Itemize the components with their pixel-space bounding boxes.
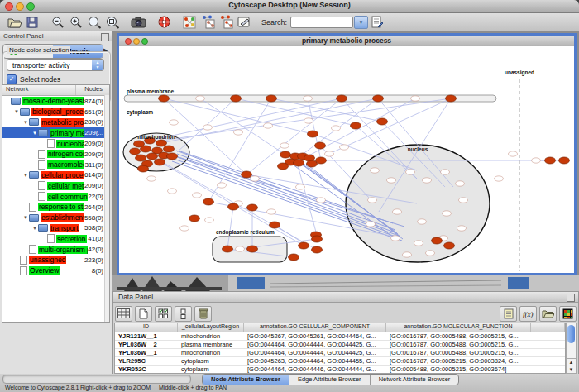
- expand-arrow-icon[interactable]: ▼: [31, 226, 38, 231]
- scroll-thumb-decoration: [237, 277, 265, 289]
- export-image-button[interactable]: [129, 14, 147, 30]
- network-window-titlebar[interactable]: primary metabolic process: [119, 36, 574, 47]
- data-panel-float-icon[interactable]: [567, 294, 575, 302]
- attribute-browser-tabs: Node Attribute BrowserEdge Attribute Bro…: [202, 374, 459, 385]
- search-input[interactable]: [290, 17, 353, 28]
- enhanced-search-button[interactable]: [368, 14, 386, 30]
- function-builder-button[interactable]: f(x): [519, 306, 537, 322]
- select-nodes-checkbox[interactable]: ✓: [7, 74, 17, 84]
- tree-row-secretion[interactable]: secretion41(0): [2, 233, 109, 244]
- tree-row-cellular-metabol[interactable]: cellular metabol209(0): [2, 180, 109, 191]
- tree-row-cell-communicat[interactable]: cell communicat22(0): [2, 191, 109, 202]
- zoom-out-button[interactable]: [49, 14, 67, 30]
- tab-node-attribute-browser[interactable]: Node Attribute Browser: [203, 375, 290, 385]
- column-header-4[interactable]: annotation.GO MOLECULAR_FUNCTION: [386, 323, 531, 332]
- zoom-in-icon: [69, 16, 83, 29]
- tree-row-metabolic-process[interactable]: ▼metabolic process280(0): [2, 117, 109, 128]
- control-panel-float-icon[interactable]: [101, 33, 109, 41]
- tree-row-multi-organism-pro[interactable]: multi-organism pro42(0): [2, 244, 109, 255]
- tree-row-response-to-stimulu[interactable]: response to stimulu264(0): [2, 202, 109, 213]
- expand-arrow-icon[interactable]: ▼: [22, 120, 29, 125]
- table-row-YKR052C[interactable]: YKR052Ccytoplasm[GO:0044464, GO:0044446,…: [115, 366, 565, 374]
- tree-row-unassigned[interactable]: unassigned223(0): [2, 255, 109, 265]
- tree-row-transport[interactable]: ▼transport558(0): [2, 223, 109, 234]
- cytoscape-window: Cytoscape Desktop (New Session) Search: …: [0, 0, 579, 392]
- lifering-icon: [158, 16, 170, 28]
- mitochondrion-label: mitochondrion: [137, 134, 175, 140]
- cytoplasm-label: cytoplasm: [127, 109, 153, 116]
- create-network-view-button[interactable]: [180, 14, 199, 30]
- tree-row-biological-process[interactable]: ▼biological_process651(0): [2, 107, 109, 117]
- save-session-button[interactable]: [23, 14, 41, 30]
- function-icon: f(x): [522, 309, 534, 318]
- combo-arrows-icon: ▲▼: [92, 60, 103, 70]
- annotations-button[interactable]: [235, 14, 253, 30]
- folder-icon: [29, 118, 39, 126]
- nucleus-label: nucleus: [408, 146, 428, 152]
- select-nodes-label: Select nodes: [20, 75, 60, 84]
- tree-row-overview[interactable]: Overview8(0): [2, 265, 109, 276]
- network-canvas[interactable]: plasma membrane cytoplasm mitochondrion …: [119, 46, 574, 273]
- zoom-selected-button[interactable]: [103, 14, 122, 30]
- expand-arrow-icon[interactable]: ▼: [13, 109, 20, 114]
- new-attribute-button[interactable]: [135, 306, 152, 322]
- table-scrollbar-thumb[interactable]: [567, 325, 575, 343]
- expand-arrow-icon[interactable]: ▼: [22, 173, 29, 178]
- tree-row-mosaic-demo-yeast[interactable]: mosaic-demo-yeast874(0): [2, 96, 109, 107]
- attribute-table-header[interactable]: ID_cellularLayoutRegionannotation.GO CEL…: [115, 323, 565, 332]
- status-welcome: Welcome to Cytoscape 2.8.1: [5, 385, 79, 390]
- progress-bar: [2, 375, 191, 384]
- column-filler[interactable]: [531, 323, 565, 332]
- attribute-matrix-button[interactable]: [559, 306, 577, 322]
- attribute-table-button[interactable]: [115, 306, 132, 322]
- unselect-all-attributes-button[interactable]: [175, 306, 192, 322]
- expand-arrow-icon[interactable]: ▼: [22, 215, 29, 220]
- table-scrollbar[interactable]: ▲▼: [566, 323, 577, 374]
- node-color-select[interactable]: transporter activity ▲▼: [7, 59, 104, 71]
- tree-header: Network Nodes: [2, 85, 109, 96]
- control-panel: Control Panel Network Mosaic ▶ Node colo…: [0, 31, 112, 374]
- zoom-in-button[interactable]: [67, 14, 85, 30]
- tree-row-primary-metabo[interactable]: ▼primary metabo209(...: [2, 127, 109, 138]
- search-dropdown-button[interactable]: ▼: [354, 16, 368, 29]
- table-row-YJR121W__1[interactable]: YJR121W__1mitochondrion[GO:0045267, GO:0…: [115, 332, 565, 341]
- table-scrollbar-arrows[interactable]: ▲▼: [567, 358, 576, 374]
- cell: [GO:0044464, GO:0044446, GO:0044444, G..…: [244, 366, 386, 373]
- cell: YPL036W__1: [115, 349, 178, 356]
- tree-row-label: nucleobase-: [56, 140, 84, 148]
- cell: cytoplasm: [178, 366, 244, 373]
- open-session-button[interactable]: [5, 14, 23, 30]
- select-all-attributes-button[interactable]: [155, 306, 172, 322]
- tab-edge-attribute-browser[interactable]: Edge Attribute Browser: [290, 375, 371, 385]
- cell: [GO:0016787, GO:0005215, GO:0003824, G..…: [386, 357, 531, 365]
- status-zoom-hint: Right-click + drag to ZOOM: [80, 385, 151, 390]
- network-tree-panel: Network Nodes mosaic-demo-yeast874(0)▼bi…: [2, 84, 110, 323]
- tree-row-establishment-of-lo[interactable]: ▼establishment of lo558(0): [2, 213, 109, 223]
- tree-scrollbar[interactable]: [104, 95, 109, 322]
- tree-row-nucleobase-[interactable]: nucleobase-209(0): [2, 138, 109, 149]
- zoom-fit-button[interactable]: [85, 14, 103, 30]
- column-header-3[interactable]: annotation.GO CELLULAR_COMPONENT: [244, 323, 386, 332]
- network-view-window: primary metabolic process plasma membran…: [117, 33, 577, 275]
- expand-arrow-icon[interactable]: ▼: [31, 131, 38, 136]
- folder-icon: [29, 214, 39, 222]
- tree-row-nitrogen-compo[interactable]: nitrogen compo209(0): [2, 149, 109, 160]
- help-button[interactable]: [155, 14, 173, 30]
- delete-attribute-button[interactable]: [194, 306, 212, 322]
- table-row-YLR295C[interactable]: YLR295Ccytoplasm[GO:0045263, GO:0044464,…: [115, 357, 565, 366]
- column-header-2[interactable]: _cellularLayoutRegion: [178, 323, 244, 332]
- column-header-1[interactable]: ID: [115, 323, 178, 332]
- node-color-selection-title: Node color selection: [7, 46, 70, 54]
- table-row-YPL036W__1[interactable]: YPL036W__1mitochondrion[GO:0044464, GO:0…: [115, 349, 565, 357]
- apply-layout-button[interactable]: [199, 14, 217, 30]
- folder-icon: [38, 129, 48, 136]
- destroy-network-view-button[interactable]: [217, 14, 235, 30]
- cell: [GO:0016787, GO:0005488, GO:0005215, G..…: [386, 349, 531, 356]
- attribute-notes-button[interactable]: [500, 306, 517, 322]
- tree-row-cellular-process[interactable]: ▼cellular process614(0): [2, 170, 109, 181]
- cell: mitochondrion: [178, 349, 244, 356]
- import-attributes-button[interactable]: [539, 306, 557, 322]
- tab-network-attribute-browser[interactable]: Network Attribute Browser: [371, 375, 459, 385]
- tree-row-macromolecule[interactable]: macromolecule311(0): [2, 160, 109, 170]
- table-row-YPL036W__2[interactable]: YPL036W__2plasma membrane[GO:0044464, GO…: [115, 341, 565, 349]
